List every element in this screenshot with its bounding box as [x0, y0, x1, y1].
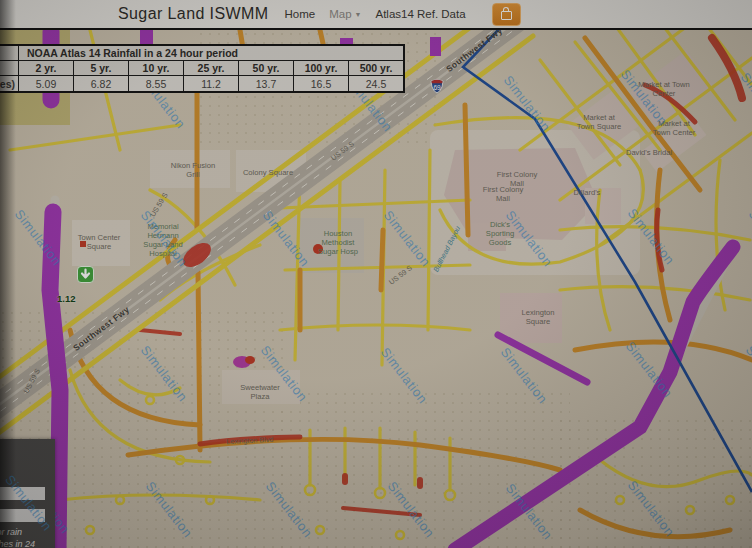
caret-down-icon: ▼ — [355, 11, 362, 18]
rainfall-value-cell: 5.09 — [19, 76, 74, 93]
nav-home[interactable]: Home — [284, 8, 315, 20]
place-label: Dillard's — [574, 188, 601, 197]
svg-text:69: 69 — [433, 84, 441, 91]
panel-text-line2: ches in 24 — [0, 539, 64, 548]
place-label: Colony Square — [243, 168, 293, 177]
place-label: David's Bridal — [626, 148, 672, 157]
place-label: HoustonMethodistSugar Hosp — [318, 229, 358, 256]
rainfall-col-header: 500 yr. — [349, 61, 405, 76]
rainfall-col-header: 50 yr. — [239, 61, 294, 76]
rainfall-col-header: 25 yr. — [184, 61, 239, 76]
rainfall-value-cell: 11.2 — [184, 76, 239, 93]
lock-icon — [501, 11, 512, 20]
nav-atlas14-ref-data[interactable]: Atlas14 Ref. Data — [375, 8, 465, 20]
app-title: Sugar Land ISWMM — [118, 5, 268, 23]
marker-value-label: 1.12 — [57, 293, 99, 304]
nav-map[interactable]: Map▼ — [329, 8, 361, 20]
rainfall-col-header: 2 yr. — [19, 61, 74, 76]
main-nav: Home Map▼ Atlas14 Ref. Data — [284, 3, 520, 26]
place-label: Market atTown Square — [577, 113, 621, 131]
rainfall-col-header: 100 yr. — [294, 61, 349, 76]
rainfall-value-cell: 13.7 — [239, 76, 294, 93]
rainfall-row-label: (inches) — [0, 76, 19, 93]
app-header: Sugar Land ISWMM Home Map▼ Atlas14 Ref. … — [0, 0, 752, 28]
green-arrow-marker[interactable] — [77, 266, 94, 283]
rainfall-col-header: 10 yr. — [129, 61, 184, 76]
map-canvas[interactable]: 69 Nikon FusionGrillColony SquareMemoria… — [0, 30, 752, 548]
rainfall-value-cell: 16.5 — [294, 76, 349, 93]
rainfall-col-header: 5 yr. — [74, 61, 129, 76]
rainfall-table-title: NOAA Atlas 14 Rainfall in a 24 hour peri… — [19, 45, 405, 61]
rainfall-value-cell: 24.5 — [349, 76, 405, 93]
lock-button[interactable] — [492, 3, 521, 26]
rainfall-value-cell: 6.82 — [74, 76, 129, 93]
rainfall-table: NOAA Atlas 14 Rainfall in a 24 hour peri… — [0, 44, 405, 93]
app-window: Sugar Land ISWMM Home Map▼ Atlas14 Ref. … — [0, 0, 752, 548]
panel-text-line1: for rain — [0, 527, 64, 537]
rainfall-value-cell: 8.55 — [129, 76, 184, 93]
map-container: 69 Nikon FusionGrillColony SquareMemoria… — [0, 28, 752, 548]
place-label: LexingtonSquare — [522, 308, 555, 326]
